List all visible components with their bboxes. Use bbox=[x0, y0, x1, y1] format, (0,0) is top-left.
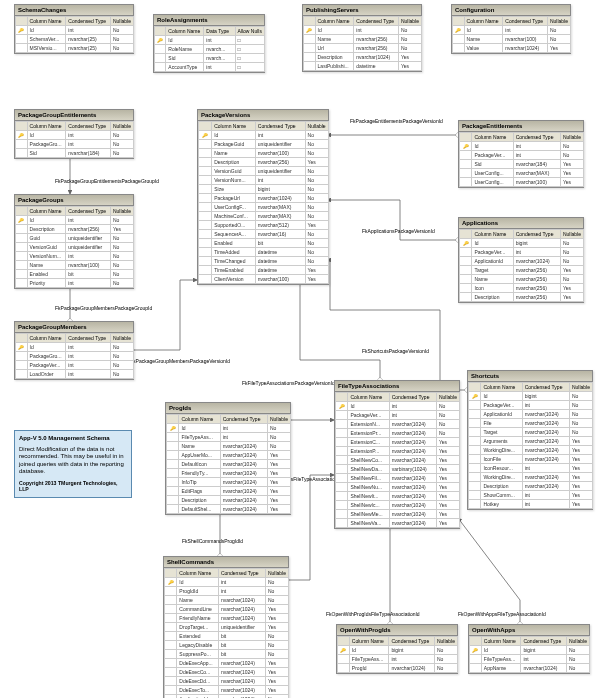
cell: Description bbox=[27, 225, 66, 234]
table-ProgIds: ProgIdsColumn NameCondensed TypeNullable… bbox=[165, 402, 291, 515]
cell: Value bbox=[464, 44, 503, 53]
cell: ShellNewFil... bbox=[348, 474, 389, 483]
cell: Id bbox=[348, 402, 389, 411]
table-row: DdeExecTo...nvarchar(1024)Yes bbox=[165, 686, 289, 695]
table-grid: Column NameCondensed TypeNullable🔑IdintN… bbox=[15, 16, 134, 53]
cell: int bbox=[218, 587, 265, 596]
cell: bigint bbox=[255, 185, 305, 194]
cell: ShowComm... bbox=[481, 491, 522, 500]
cell: PackageVer... bbox=[348, 411, 389, 420]
cell: LoadOrder bbox=[27, 370, 66, 379]
cell: Yes bbox=[569, 500, 592, 509]
cell: varbinary(1024) bbox=[389, 465, 436, 474]
cell: DdeExecTo... bbox=[177, 686, 219, 695]
key-icon bbox=[336, 465, 348, 474]
cell: nvarch... bbox=[204, 45, 235, 54]
note-copyright: Copyright 2013 TMurgent Technologies, LL… bbox=[19, 480, 127, 493]
cell: No bbox=[265, 650, 288, 659]
cell: FileTypeAss... bbox=[481, 655, 521, 664]
cell: No bbox=[110, 35, 133, 44]
table-title: PackageVersions bbox=[198, 110, 328, 121]
table-row: DefaultIconnvarchar(1024)Yes bbox=[167, 460, 291, 469]
column-header: Data Type bbox=[204, 27, 235, 36]
cell: nvarchar(1024) bbox=[354, 53, 399, 62]
table-grid: Column NameData TypeAllow Nulls🔑Idint□Ro… bbox=[154, 26, 265, 72]
cell: int bbox=[66, 216, 111, 225]
table-row: ExtensionP...nvarchar(1024)Yes bbox=[336, 447, 460, 456]
table-row: SequencerA...nvarchar(16)No bbox=[199, 230, 329, 239]
cell: No bbox=[560, 275, 583, 284]
table-row: GuiduniqueidentifierNo bbox=[16, 234, 134, 243]
cell: Url bbox=[315, 44, 354, 53]
key-icon bbox=[336, 510, 348, 519]
key-icon bbox=[336, 483, 348, 492]
key-icon bbox=[167, 469, 179, 478]
cell: nvarchar(184) bbox=[66, 149, 111, 158]
fk-label: FkPackageGroupEntitlementsPackageGroupId bbox=[55, 178, 159, 184]
cell: Id bbox=[472, 239, 513, 248]
table-FileTypeAssociations: FileTypeAssociationsColumn NameCondensed… bbox=[334, 380, 460, 529]
table-row: DefaultShel...nvarchar(1024)Yes bbox=[167, 505, 291, 514]
table-row: DdeExecApp...nvarchar(1024)Yes bbox=[165, 659, 289, 668]
cell: PackageVer... bbox=[472, 248, 513, 257]
cell: No bbox=[110, 270, 133, 279]
column-header: Condensed Type bbox=[513, 230, 560, 239]
key-icon bbox=[199, 221, 212, 230]
table-PackageVersions: PackageVersionsColumn NameCondensed Type… bbox=[197, 109, 329, 285]
cell: No bbox=[305, 248, 328, 257]
table-Applications: ApplicationsColumn NameCondensed TypeNul… bbox=[458, 217, 584, 303]
cell: Yes bbox=[560, 178, 583, 187]
cell: □ bbox=[235, 63, 264, 72]
key-icon bbox=[167, 505, 179, 514]
table-header-row: Column NameCondensed TypeNullable bbox=[469, 383, 593, 392]
key-icon bbox=[165, 596, 177, 605]
cell: DdeExecApp... bbox=[177, 659, 219, 668]
table-header-row: Column NameCondensed TypeNullable bbox=[16, 334, 134, 343]
cell: nvarchar(1024) bbox=[389, 420, 436, 429]
cell: ApplicationId bbox=[177, 695, 219, 699]
cell: ShellNewVa... bbox=[348, 519, 389, 528]
key-icon bbox=[336, 501, 348, 510]
cell: nvarchar(1024) bbox=[389, 438, 436, 447]
cell: ShellNewDa... bbox=[348, 465, 389, 474]
cell: PackageVer... bbox=[481, 401, 522, 410]
cell: PackageVer... bbox=[472, 151, 513, 160]
cell: Yes bbox=[305, 158, 328, 167]
cell: No bbox=[265, 632, 288, 641]
cell: Yes bbox=[569, 446, 592, 455]
cell: nvarchar(1024) bbox=[255, 194, 305, 203]
cell: nvarchar(1024) bbox=[218, 695, 265, 699]
table-row: PackageGuiduniqueidentifierNo bbox=[199, 140, 329, 149]
cell: No bbox=[110, 261, 133, 270]
cell: Name bbox=[27, 261, 66, 270]
cell: datetime bbox=[255, 248, 305, 257]
key-icon bbox=[304, 44, 316, 53]
table-header-row: Column NameCondensed TypeNullable bbox=[16, 17, 134, 26]
key-icon bbox=[336, 438, 348, 447]
table-row: 🔑IdbigintNo bbox=[469, 392, 593, 401]
cell: Yes bbox=[267, 469, 290, 478]
table-row: Descriptionnvarchar(256)Yes bbox=[16, 225, 134, 234]
column-header: Condensed Type bbox=[66, 17, 111, 26]
key-icon bbox=[199, 167, 212, 176]
key-icon: 🔑 bbox=[165, 578, 177, 587]
table-row: 🔑IdbigintNo bbox=[338, 646, 458, 655]
key-icon bbox=[336, 429, 348, 438]
table-grid: Column NameCondensed TypeNullable🔑Idbigi… bbox=[469, 636, 590, 673]
key-icon bbox=[16, 279, 28, 288]
table-row: TimeAddeddatetimeNo bbox=[199, 248, 329, 257]
cell: Yes bbox=[436, 474, 459, 483]
cell: Id bbox=[179, 424, 220, 433]
cell: DdeExecDd... bbox=[177, 677, 219, 686]
key-icon bbox=[165, 659, 177, 668]
cell: nvarchar(1024) bbox=[522, 482, 569, 491]
table-row: LegacyDisablebitNo bbox=[165, 641, 289, 650]
column-header: Nullable bbox=[569, 383, 592, 392]
cell: Yes bbox=[267, 478, 290, 487]
cell: No bbox=[305, 203, 328, 212]
key-icon: 🔑 bbox=[470, 646, 482, 655]
table-row: ExtendedbitNo bbox=[165, 632, 289, 641]
cell: Id bbox=[166, 36, 204, 45]
cell: Icon bbox=[472, 284, 513, 293]
cell: nvarchar(1024) bbox=[218, 605, 265, 614]
